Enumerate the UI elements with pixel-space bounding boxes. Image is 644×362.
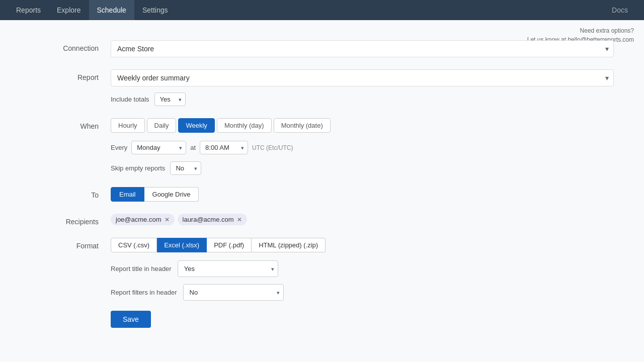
every-row: Every Monday Tuesday Wednesday Thursday … (111, 141, 614, 154)
nav-reports[interactable]: Reports (8, 0, 49, 20)
skip-row: Skip empty reports No Yes (111, 161, 614, 175)
main-content: Connection Acme Store Report Weekly orde… (0, 20, 644, 360)
top-nav: Reports Explore Schedule Settings Docs (0, 0, 644, 20)
report-title-select-wrapper: Yes No (178, 260, 278, 277)
format-xlsx[interactable]: Excel (.xlsx) (157, 238, 207, 252)
report-title-row: Report title in header Yes No (111, 260, 614, 277)
recipients-list: joe@acme.com ✕ laura@acme.com ✕ (111, 214, 614, 225)
timezone-label: UTC (Etc/UTC) (252, 144, 293, 151)
format-label: Format (30, 238, 111, 250)
connection-select-wrapper: Acme Store (111, 40, 614, 57)
report-control: Weekly order summary Include totals Yes … (111, 69, 614, 106)
when-label: When (30, 118, 111, 130)
recipient-email-laura: laura@acme.com (183, 216, 234, 223)
nav-docs[interactable]: Docs (604, 0, 636, 20)
connection-select[interactable]: Acme Store (111, 40, 614, 57)
recipient-remove-laura[interactable]: ✕ (237, 217, 242, 223)
report-filters-label: Report filters in header (111, 289, 177, 296)
every-select[interactable]: Monday Tuesday Wednesday Thursday Friday… (131, 141, 186, 154)
to-label: To (30, 187, 111, 199)
recipient-tag-joe: joe@acme.com ✕ (111, 214, 175, 225)
every-select-wrapper: Monday Tuesday Wednesday Thursday Friday… (131, 141, 186, 154)
recipient-email-joe: joe@acme.com (116, 216, 162, 223)
report-filters-select-wrapper: No Yes (183, 284, 284, 301)
report-filters-row: Report filters in header No Yes (111, 284, 614, 301)
report-label: Report (30, 69, 111, 81)
tab-weekly[interactable]: Weekly (178, 118, 214, 133)
tab-hourly[interactable]: Hourly (111, 118, 145, 133)
when-tabs: Hourly Daily Weekly Monthly (day) Monthl… (111, 118, 614, 133)
connection-label: Connection (30, 40, 111, 52)
skip-select[interactable]: No Yes (170, 161, 201, 175)
report-filters-select[interactable]: No Yes (183, 284, 284, 301)
include-totals-select[interactable]: Yes No (154, 93, 186, 106)
time-select[interactable]: 8:00 AM 9:00 AM 10:00 AM (200, 141, 248, 154)
report-select[interactable]: Weekly order summary (111, 69, 614, 86)
at-label: at (190, 144, 196, 151)
tab-daily[interactable]: Daily (147, 118, 177, 133)
save-button[interactable]: Save (111, 311, 151, 328)
format-tabs: CSV (.csv) Excel (.xlsx) PDF (.pdf) HTML… (111, 238, 614, 252)
recipients-label: Recipients (30, 214, 111, 226)
skip-label: Skip empty reports (111, 164, 165, 172)
report-title-select[interactable]: Yes No (178, 260, 278, 277)
recipient-tag-laura: laura@acme.com ✕ (178, 214, 247, 225)
report-select-wrapper: Weekly order summary (111, 69, 614, 86)
save-area: Save (111, 311, 614, 328)
recipients-row: Recipients joe@acme.com ✕ laura@acme.com… (30, 214, 614, 226)
format-row: Format CSV (.csv) Excel (.xlsx) PDF (.pd… (30, 238, 614, 328)
to-tabs: Email Google Drive (111, 187, 614, 202)
to-row: To Email Google Drive (30, 187, 614, 202)
skip-select-wrapper: No Yes (170, 161, 201, 175)
to-tab-google-drive[interactable]: Google Drive (144, 187, 199, 202)
nav-schedule[interactable]: Schedule (89, 0, 134, 20)
format-control: CSV (.csv) Excel (.xlsx) PDF (.pdf) HTML… (111, 238, 614, 328)
recipient-remove-joe[interactable]: ✕ (165, 217, 170, 223)
report-row: Report Weekly order summary Include tota… (30, 69, 614, 106)
connection-control: Acme Store (111, 40, 614, 57)
report-title-label: Report title in header (111, 265, 172, 273)
connection-row: Connection Acme Store (30, 40, 614, 57)
nav-settings[interactable]: Settings (134, 0, 176, 20)
nav-explore[interactable]: Explore (49, 0, 89, 20)
to-tab-email[interactable]: Email (111, 187, 144, 202)
to-control: Email Google Drive (111, 187, 614, 202)
when-row: When Hourly Daily Weekly Monthly (day) M… (30, 118, 614, 175)
format-pdf[interactable]: PDF (.pdf) (207, 238, 252, 252)
include-totals-row: Include totals Yes No (111, 93, 614, 106)
time-select-wrapper: 8:00 AM 9:00 AM 10:00 AM (200, 141, 248, 154)
include-totals-label: Include totals (111, 96, 149, 103)
include-totals-select-wrapper: Yes No (154, 93, 186, 106)
every-label: Every (111, 144, 127, 151)
recipients-control: joe@acme.com ✕ laura@acme.com ✕ (111, 214, 614, 225)
format-csv[interactable]: CSV (.csv) (111, 238, 157, 252)
help-line1: Need extra options? (527, 26, 634, 35)
tab-monthly-day[interactable]: Monthly (day) (217, 118, 272, 133)
tab-monthly-date[interactable]: Monthly (date) (274, 118, 331, 133)
format-html[interactable]: HTML (zipped) (.zip) (252, 238, 326, 252)
when-control: Hourly Daily Weekly Monthly (day) Monthl… (111, 118, 614, 175)
